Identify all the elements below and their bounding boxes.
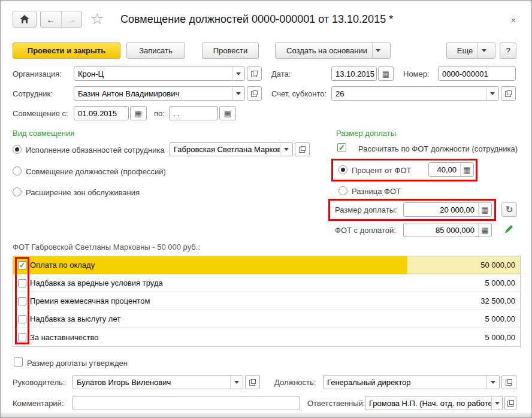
back-arrow-icon: ← <box>46 14 55 25</box>
employee-dropdown-button[interactable] <box>232 87 244 100</box>
create-based-on-menu-button[interactable] <box>372 43 384 58</box>
substitute-field[interactable]: Габровская Светлана Марковна <box>170 142 293 156</box>
back-button[interactable]: ← <box>41 11 62 27</box>
period-from-calendar-button[interactable]: ▦ <box>130 106 147 120</box>
comment-input[interactable] <box>72 396 300 410</box>
responsible-field[interactable]: Громова Н.П. (Нач. отд. по работе <box>365 396 503 410</box>
approved-checkbox[interactable] <box>14 358 23 366</box>
row-value: 50 000,00 <box>407 256 520 274</box>
write-button[interactable]: Записать <box>126 43 185 59</box>
window-title: Совмещение должностей 0000-000001 от 13.… <box>120 13 393 26</box>
date-field[interactable]: 13.10.2015 <box>331 66 377 81</box>
date-calendar-button[interactable]: ▦ <box>378 66 394 81</box>
row-checkbox[interactable] <box>18 279 26 287</box>
fot-table: ✓ Оплата по окладу 50 000,00 Надбавка за… <box>13 256 521 347</box>
number-field[interactable]: 0000-000001 <box>438 66 516 81</box>
row-checkbox[interactable] <box>18 297 26 305</box>
amount-field[interactable]: 20 000,00 ▦ <box>403 202 492 217</box>
position-label: Должность: <box>274 378 316 387</box>
account-field[interactable]: 26 <box>331 86 499 101</box>
position-dropdown-button[interactable] <box>486 375 499 389</box>
fot-total-calculator-button[interactable]: ▦ <box>478 223 491 237</box>
radio-service-area-expansion[interactable] <box>13 187 22 196</box>
table-row[interactable]: За наставничество 5 000,00 <box>13 328 520 346</box>
position-value: Генеральный директор <box>324 375 486 389</box>
row-value: 5 000,00 <box>407 274 520 292</box>
history-nav-group: ← → <box>40 11 82 28</box>
radio-substitute-duties[interactable] <box>13 145 22 154</box>
recalculate-button[interactable]: ↻ <box>501 202 517 217</box>
percent-calculator-button[interactable]: ▦ <box>460 163 473 176</box>
forward-button[interactable]: → <box>62 11 82 27</box>
row-label: Надбавка за выслугу лет <box>26 314 407 323</box>
calc-by-fot-label: Рассчитать по ФОТ должности (сотрудника) <box>358 144 518 153</box>
period-from-field[interactable]: 01.09.2015 <box>74 106 129 120</box>
calc-by-fot-checkbox[interactable]: ✓ <box>337 143 346 152</box>
more-label: Еще <box>452 46 477 55</box>
table-row[interactable]: Премия ежемесячная процентом 32 500,00 <box>13 292 520 310</box>
radio-percent-of-fot[interactable] <box>338 165 347 174</box>
manager-choose-button[interactable] <box>245 375 260 389</box>
account-label: Счет, субконто: <box>271 89 327 98</box>
position-choose-button[interactable] <box>501 375 516 389</box>
table-row[interactable]: Надбавка за выслугу лет 5 000,00 <box>13 310 520 328</box>
close-icon[interactable]: × <box>507 15 519 25</box>
table-row[interactable]: ✓ Оплата по окладу 50 000,00 <box>13 256 520 274</box>
period-from-value: 01.09.2015 <box>74 107 128 120</box>
employee-field[interactable]: Базин Антон Владимирович <box>74 86 245 101</box>
responsible-label: Ответственный: <box>307 399 365 408</box>
row-label: Премия ежемесячная процентом <box>26 296 407 305</box>
radio-combination-positions[interactable] <box>13 166 22 175</box>
substitute-dropdown-button[interactable] <box>280 143 292 156</box>
account-dropdown-button[interactable] <box>486 87 498 100</box>
chevron-down-icon <box>491 381 495 384</box>
account-choose-button[interactable] <box>501 86 516 101</box>
row-label: Надбавка за вредные условия труда <box>26 278 407 287</box>
org-choose-button[interactable] <box>247 66 262 81</box>
fot-total-field[interactable]: 85 000,000 ▦ <box>403 223 492 237</box>
edit-button[interactable] <box>504 224 514 236</box>
responsible-dropdown-button[interactable] <box>491 396 502 410</box>
favorite-star-icon[interactable]: ☆ <box>90 10 104 28</box>
help-button[interactable]: ? <box>500 43 516 59</box>
period-to-calendar-button[interactable]: ▦ <box>219 106 236 120</box>
combination-type-header: Вид совмещения <box>13 129 74 138</box>
home-button[interactable] <box>13 11 37 28</box>
amount-calculator-button[interactable]: ▦ <box>478 203 491 216</box>
more-menu-button[interactable] <box>477 43 489 58</box>
substitute-choose-button[interactable] <box>295 142 310 156</box>
table-row[interactable]: Надбавка за вредные условия труда 5 000,… <box>13 274 520 292</box>
row-checkbox[interactable] <box>18 333 26 341</box>
row-label: Оплата по окладу <box>26 261 407 269</box>
row-checkbox[interactable]: ✓ <box>18 261 26 269</box>
manager-field[interactable]: Булатов Игорь Виленович <box>72 375 243 389</box>
more-button[interactable]: Еще <box>446 43 495 59</box>
radio-substitute-duties-label: Исполнение обязанностей сотрудника <box>26 146 165 155</box>
write-label: Записать <box>134 46 177 55</box>
employee-label: Сотрудник: <box>13 89 53 98</box>
create-based-on-button[interactable]: Создать на основании <box>275 43 391 59</box>
employee-value: Базин Антон Владимирович <box>74 87 232 100</box>
radio-combination-positions-label: Совмещение должностей (профессий) <box>26 167 166 176</box>
post-and-close-button[interactable]: Провести и закрыть <box>13 43 120 59</box>
period-to-field[interactable]: . . <box>169 106 218 120</box>
comment-label: Комментарий: <box>13 399 64 408</box>
manager-value: Булатов Игорь Виленович <box>73 375 230 389</box>
post-button[interactable]: Провести <box>202 43 259 59</box>
radio-fot-difference[interactable] <box>338 186 347 195</box>
org-dropdown-button[interactable] <box>232 67 244 80</box>
org-field[interactable]: Крон-Ц <box>74 66 245 81</box>
amount-value: 20 000,00 <box>404 203 478 216</box>
responsible-choose-button[interactable] <box>504 396 516 410</box>
manager-dropdown-button[interactable] <box>230 375 243 389</box>
employee-choose-button[interactable] <box>247 86 262 101</box>
calculator-icon: ▦ <box>481 206 488 214</box>
position-field[interactable]: Генеральный директор <box>323 375 500 389</box>
percent-field[interactable]: 40,00 ▦ <box>428 162 474 177</box>
account-value: 26 <box>332 87 486 100</box>
fot-total-label: ФОТ с доплатой: <box>335 226 396 235</box>
row-checkbox[interactable] <box>18 315 26 323</box>
org-value: Крон-Ц <box>74 67 232 80</box>
choose-icon <box>505 90 512 97</box>
post-label: Провести <box>208 46 253 55</box>
